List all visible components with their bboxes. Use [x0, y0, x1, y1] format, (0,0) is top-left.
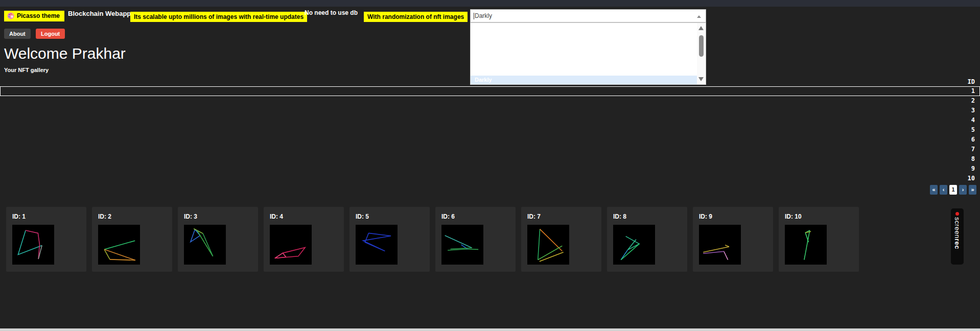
nft-image — [441, 225, 483, 265]
screenrec-label: screenrec — [954, 217, 961, 249]
nft-card-id-label: ID: 3 — [184, 213, 252, 220]
nft-card: ID: 1 — [6, 207, 86, 272]
id-table-row[interactable]: 9 — [0, 164, 980, 174]
text-cursor — [474, 13, 474, 19]
nft-card: ID: 6 — [435, 207, 516, 272]
screenrec-label-regular: screen — [953, 217, 961, 239]
nft-card: ID: 10 — [779, 207, 859, 272]
id-column-header: ID — [0, 78, 980, 86]
id-table-row[interactable]: 5 — [0, 125, 980, 135]
nft-image — [356, 225, 398, 265]
listbox-scrollbar[interactable] — [697, 23, 706, 84]
horizontal-scrollbar[interactable] — [0, 328, 980, 331]
id-table-row[interactable]: 6 — [0, 135, 980, 145]
no-db-note: No need to use db — [305, 9, 358, 16]
logout-button[interactable]: Logout — [36, 29, 65, 39]
nft-card-row: ID: 1ID: 2ID: 3ID: 4ID: 5ID: 6ID: 7ID: 8… — [6, 207, 859, 272]
pagination-last[interactable]: » — [969, 185, 976, 195]
nft-image — [699, 225, 741, 265]
nft-card-id-label: ID: 4 — [270, 213, 338, 220]
nft-card: ID: 7 — [521, 207, 601, 272]
nft-image — [785, 225, 827, 265]
palette-icon — [7, 12, 14, 19]
top-navbar — [0, 0, 980, 7]
welcome-heading: Welcome Prakhar — [4, 45, 126, 62]
pagination-first[interactable]: « — [930, 185, 938, 195]
id-table-row[interactable]: 3 — [0, 106, 980, 115]
randomization-badge: With randomization of nft images — [364, 12, 468, 22]
picasso-theme-label: Picasso theme — [17, 12, 60, 19]
screenrec-label-bold: rec — [953, 239, 961, 249]
nft-card-id-label: ID: 6 — [441, 213, 509, 220]
id-table: ID 12345678910 — [0, 78, 980, 183]
nft-card-id-label: ID: 1 — [12, 213, 80, 220]
nft-image — [98, 225, 140, 265]
pagination-prev[interactable]: ‹ — [940, 185, 947, 195]
id-table-body: 12345678910 — [0, 86, 980, 183]
scrollbar-thumb[interactable] — [699, 35, 704, 57]
id-table-row[interactable]: 10 — [0, 174, 980, 183]
about-button[interactable]: About — [4, 29, 31, 39]
screenrec-watermark: screenrec — [951, 208, 964, 265]
nft-card-id-label: ID: 5 — [356, 213, 424, 220]
nft-card: ID: 2 — [92, 207, 172, 272]
theme-select-value: Darkly — [475, 12, 492, 19]
nft-image — [613, 225, 655, 265]
record-dot-icon — [955, 212, 959, 216]
nft-card: ID: 4 — [264, 207, 344, 272]
pagination: «‹1›» — [930, 185, 976, 195]
id-table-row[interactable]: 4 — [0, 115, 980, 125]
theme-select-listbox: Darkly — [470, 22, 706, 85]
theme-select-input[interactable]: Darkly — [470, 9, 706, 22]
nft-card-id-label: ID: 9 — [699, 213, 767, 220]
nft-card-id-label: ID: 7 — [527, 213, 595, 220]
nft-card: ID: 5 — [349, 207, 430, 272]
chevron-up-icon[interactable] — [697, 15, 701, 18]
pagination-page-1[interactable]: 1 — [949, 185, 957, 195]
id-table-row[interactable]: 2 — [0, 96, 980, 106]
id-table-row[interactable]: 8 — [0, 154, 980, 164]
scalable-badge: Its scalable upto millions of images wit… — [130, 12, 307, 22]
theme-select: Darkly Darkly — [470, 9, 706, 85]
nft-card: ID: 9 — [693, 207, 773, 272]
nft-card-id-label: ID: 10 — [785, 213, 853, 220]
gallery-subtitle: Your NFT gallery — [4, 67, 49, 73]
id-table-row[interactable]: 1 — [0, 86, 980, 96]
pagination-next[interactable]: › — [959, 185, 967, 195]
picasso-theme-button[interactable]: Picasso theme — [4, 11, 64, 21]
nft-card: ID: 8 — [607, 207, 687, 272]
nft-card-id-label: ID: 8 — [613, 213, 681, 220]
id-table-row[interactable]: 7 — [0, 145, 980, 154]
nft-card: ID: 3 — [178, 207, 258, 272]
nft-image — [184, 225, 226, 265]
nft-image — [12, 225, 54, 265]
nft-image — [527, 225, 569, 265]
app-title: Blockchain Webapp — [68, 10, 131, 17]
nft-image — [270, 225, 312, 265]
scroll-up-icon[interactable] — [698, 26, 704, 30]
nft-card-id-label: ID: 2 — [98, 213, 166, 220]
